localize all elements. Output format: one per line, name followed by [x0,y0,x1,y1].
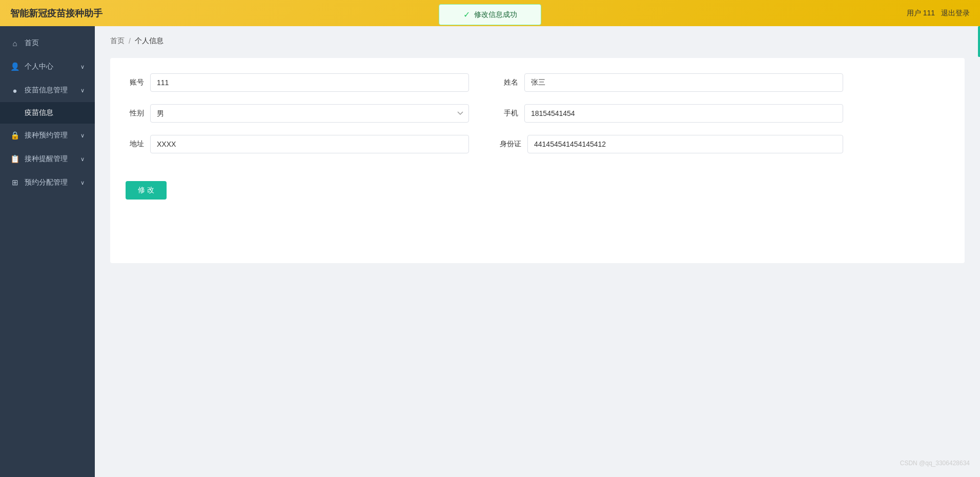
account-label: 账号 [126,78,144,87]
account-input[interactable] [150,73,469,92]
sidebar-item-vaccine-label: 疫苗信息管理 [25,86,68,95]
idcard-label: 身份证 [500,140,521,149]
sidebar-item-distribution-label: 预约分配管理 [25,178,68,187]
idcard-row: 身份证 [500,135,843,153]
vaccine-icon: ● [10,86,19,95]
footer-watermark: CSDN @qq_3306428634 [900,460,970,467]
sidebar-item-home-label: 首页 [25,38,39,48]
sidebar-item-vaccine-info-label: 疫苗信息 [25,108,53,117]
sidebar-item-appt-label: 接种预约管理 [25,131,68,140]
name-input[interactable] [524,73,843,92]
form-grid: 账号 姓名 性别 男 女 手机 [126,73,843,200]
sidebar-item-reminder-mgmt[interactable]: 📋 接种提醒管理 ∨ [0,147,95,171]
sidebar-item-home[interactable]: ⌂ 首页 [0,31,95,55]
header-username[interactable]: 用户 111 [907,9,935,18]
name-label: 姓名 [500,78,518,87]
gender-row: 性别 男 女 [126,104,469,123]
phone-input[interactable] [524,104,843,123]
chevron-icon-vaccine: ∨ [80,87,85,94]
main-content: 首页 / 个人信息 账号 姓名 性别 [95,26,980,477]
sidebar-item-distribution-mgmt[interactable]: ⊞ 预约分配管理 ∨ [0,171,95,194]
sidebar-item-reminder-label: 接种提醒管理 [25,154,68,164]
user-icon: 👤 [10,62,19,71]
chevron-icon-distribution: ∨ [80,180,85,186]
app-header: 智能新冠疫苗接种助手 ✓ 修改信息成功 用户 111 退出登录 [0,0,980,26]
logout-button[interactable]: 退出登录 [941,9,970,18]
address-row: 地址 [126,135,469,153]
form-card: 账号 姓名 性别 男 女 手机 [110,58,965,263]
app-title: 智能新冠疫苗接种助手 [10,7,103,19]
address-label: 地址 [126,140,144,149]
check-icon: ✓ [463,10,470,19]
home-icon: ⌂ [10,39,19,48]
sidebar: ⌂ 首页 👤 个人中心 ∨ ● 疫苗信息管理 ∨ 疫苗信息 [0,26,95,477]
breadcrumb-current: 个人信息 [135,36,164,46]
vaccine-submenu: 疫苗信息 [0,102,95,124]
sidebar-item-personal-center[interactable]: 👤 个人中心 ∨ [0,55,95,78]
sidebar-item-vaccine-info[interactable]: 疫苗信息 [0,102,95,124]
gender-select[interactable]: 男 女 [150,104,469,123]
chevron-icon-reminder: ∨ [80,156,85,163]
notification-message: 修改信息成功 [474,10,517,19]
name-row: 姓名 [500,73,843,92]
account-row: 账号 [126,73,469,92]
chevron-icon-appt: ∨ [80,132,85,139]
right-accent-bar [978,26,980,57]
breadcrumb: 首页 / 个人信息 [110,36,965,46]
idcard-input[interactable] [527,135,843,153]
form-actions: 修 改 [126,181,843,200]
sidebar-item-appt-mgmt[interactable]: 🔒 接种预约管理 ∨ [0,124,95,147]
phone-label: 手机 [500,109,518,118]
breadcrumb-separator: / [129,37,131,45]
sidebar-item-vaccine-mgmt[interactable]: ● 疫苗信息管理 ∨ [0,78,95,102]
grid-icon: ⊞ [10,178,19,187]
success-notification: ✓ 修改信息成功 [439,4,541,25]
modify-button[interactable]: 修 改 [126,181,167,200]
phone-row: 手机 [500,104,843,123]
reminder-icon: 📋 [10,154,19,164]
sidebar-item-personal-label: 个人中心 [25,62,53,71]
chevron-icon-personal: ∨ [80,64,85,70]
lock-icon: 🔒 [10,131,19,140]
breadcrumb-home[interactable]: 首页 [110,36,125,46]
gender-label: 性别 [126,109,144,118]
address-input[interactable] [150,135,469,153]
header-right: 用户 111 退出登录 [907,9,970,18]
main-layout: ⌂ 首页 👤 个人中心 ∨ ● 疫苗信息管理 ∨ 疫苗信息 [0,26,980,477]
